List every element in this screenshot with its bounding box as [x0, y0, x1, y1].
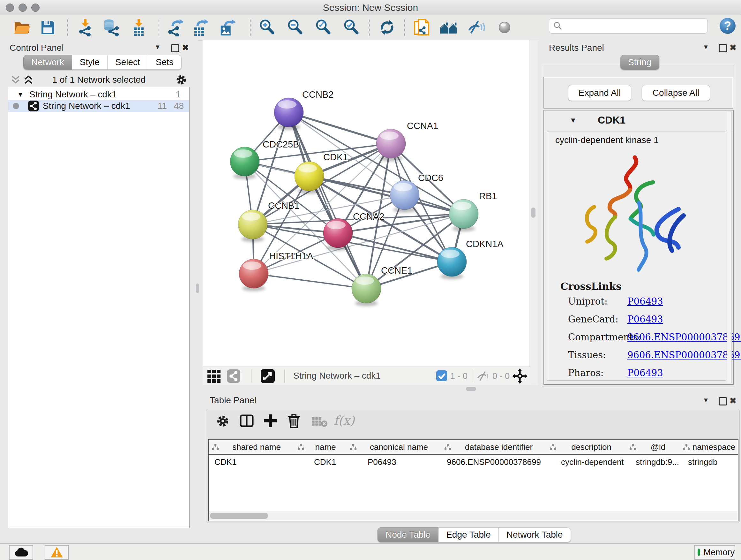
search-input[interactable]	[565, 21, 708, 31]
save-session-button[interactable]	[38, 18, 57, 37]
import-network-icon	[77, 18, 94, 37]
tab-select[interactable]: Select	[108, 55, 148, 70]
crosslink-compartments-link[interactable]: 9606.ENSP00000378699	[627, 332, 741, 343]
column-header-canonical-name[interactable]: canonical name	[347, 440, 441, 454]
column-header-description[interactable]: description	[546, 440, 626, 454]
crosslink-genecard-link[interactable]: P06493	[627, 314, 663, 325]
panel-float-icon[interactable]	[171, 44, 179, 52]
column-header-namespace[interactable]: namespace	[680, 440, 738, 454]
open-session-button[interactable]	[13, 18, 31, 37]
table-cell[interactable]: stringdb:9...	[626, 455, 680, 469]
panel-menu-caret-icon[interactable]: ▼	[703, 44, 709, 51]
left-splitter-handle[interactable]	[196, 284, 199, 293]
panel-float-icon[interactable]	[719, 397, 727, 406]
network-node-CCNE1[interactable]: CCNE1	[351, 265, 412, 306]
import-network-from-database-button[interactable]	[102, 18, 121, 37]
tree-expand-caret-icon[interactable]: ▼	[17, 91, 23, 98]
delete-column-trash-icon[interactable]	[286, 413, 301, 429]
node-label: CCNA2	[353, 211, 384, 222]
show-columns-icon[interactable]	[239, 414, 254, 428]
network-node-CCNA1[interactable]: CCNA1	[374, 121, 438, 161]
tab-network[interactable]: Network	[23, 55, 72, 70]
network-edge-CCNB2-CCNA1[interactable]	[289, 112, 391, 144]
table-cell[interactable]: CDK1	[294, 455, 347, 469]
import-table-button[interactable]	[130, 18, 148, 37]
network-node-CDKN1A[interactable]: CDKN1A	[437, 239, 503, 279]
zoom-fit-button[interactable]	[314, 18, 333, 37]
string-home-button[interactable]	[439, 18, 458, 37]
network-collection-row[interactable]: ▼ String Network – cdk1 1	[8, 88, 189, 101]
tab-string-results[interactable]: String	[620, 55, 659, 70]
cloud-status-button[interactable]	[9, 545, 33, 560]
export-table-button[interactable]	[192, 18, 210, 37]
table-options-gear-icon[interactable]	[216, 414, 230, 428]
export-image-button[interactable]	[218, 18, 237, 37]
tab-network-table[interactable]: Network Table	[499, 527, 571, 542]
table-cell[interactable]: 9606.ENSP00000378699	[441, 455, 546, 469]
result-entry-header[interactable]: ▼ CDK1	[544, 111, 733, 131]
expand-all-button[interactable]: Expand All	[568, 85, 631, 101]
network-node-HIST1H1A[interactable]: HIST1H1A	[230, 251, 314, 291]
navigator-crosshair-icon[interactable]	[512, 368, 528, 384]
expand-all-icon[interactable]	[23, 75, 33, 84]
zoom-fit-icon	[314, 18, 332, 37]
grid-view-icon[interactable]	[207, 369, 222, 383]
memory-ok-dot	[697, 549, 700, 556]
crosslink-label: GeneCard:	[568, 314, 618, 325]
help-button[interactable]: ?	[719, 17, 737, 36]
import-network-button[interactable]	[76, 18, 94, 37]
network-options-gear-icon[interactable]	[176, 74, 187, 85]
create-column-plus-icon[interactable]	[263, 414, 278, 428]
function-builder-fx-disabled: f(x)	[334, 414, 354, 428]
collapse-all-icon[interactable]	[11, 75, 20, 84]
zoom-in-button[interactable]	[258, 18, 276, 37]
memory-status-button[interactable]: Memory	[694, 545, 735, 560]
table-cell[interactable]: P06493	[347, 455, 441, 469]
selected-checkbox-icon[interactable]	[436, 370, 447, 381]
tab-sets[interactable]: Sets	[148, 55, 182, 70]
table-cell[interactable]: cyclin-dependent ...	[546, 455, 626, 469]
crosslink-pharos-link[interactable]: P06493	[627, 368, 663, 378]
right-splitter-handle[interactable]	[531, 207, 536, 218]
zoom-selected-button[interactable]	[342, 18, 360, 37]
horizontal-splitter[interactable]	[203, 385, 538, 393]
warnings-button[interactable]	[45, 545, 69, 560]
panel-close-icon[interactable]: ✖	[182, 43, 189, 53]
open-in-new-window-icon[interactable]	[261, 369, 275, 383]
apply-layout-button[interactable]	[378, 18, 396, 37]
tab-edge-table[interactable]: Edge Table	[439, 527, 499, 542]
tab-node-table[interactable]: Node Table	[378, 527, 439, 542]
bottom-splitter-handle[interactable]	[466, 387, 476, 391]
crosslink-tissues-link[interactable]: 9606.ENSP00000378699	[627, 350, 741, 361]
column-header-shared-name[interactable]: shared name	[209, 440, 294, 454]
column-header-name[interactable]: name	[294, 440, 347, 454]
node-label: CDK1	[323, 152, 348, 162]
collapse-all-button[interactable]: Collapse All	[642, 85, 710, 101]
network-node-RB1[interactable]: RB1	[449, 191, 497, 232]
column-header-id[interactable]: @id	[626, 440, 680, 454]
network-edge-HIST1H1A-CCNE1[interactable]	[254, 273, 366, 289]
entry-collapse-caret-icon[interactable]: ▼	[569, 116, 577, 125]
table-cell[interactable]: CDK1	[209, 455, 294, 469]
table-hscrollbar-thumb[interactable]	[210, 513, 268, 519]
network-canvas[interactable]: CCNB2CCNA1CDC25BCDK1CDC6RB1CCNB1CCNA2CDK…	[203, 40, 529, 367]
hide-enhanced-labels-button[interactable]	[467, 18, 486, 37]
show-glass-ball-button[interactable]	[495, 18, 514, 37]
results-scrollbar-track[interactable]	[727, 111, 732, 383]
network-edge-CCNB2-CCNE1[interactable]	[289, 112, 366, 289]
table-hscrollbar-track[interactable]	[209, 511, 738, 521]
panel-menu-caret-icon[interactable]: ▼	[703, 396, 709, 404]
panel-float-icon[interactable]	[719, 44, 727, 52]
export-network-button[interactable]	[166, 18, 185, 37]
string-view-badge-icon[interactable]	[227, 369, 240, 383]
column-header-database-identifier[interactable]: database identifier	[441, 440, 547, 454]
panel-menu-caret-icon[interactable]: ▼	[154, 44, 161, 51]
clone-network-button[interactable]	[412, 18, 431, 37]
panel-close-icon[interactable]: ✖	[730, 396, 737, 406]
crosslink-uniprot-link[interactable]: P06493	[627, 296, 663, 307]
table-cell[interactable]: stringdb	[680, 455, 738, 469]
panel-close-icon[interactable]: ✖	[730, 43, 737, 53]
network-row-selected[interactable]: String Network – cdk1 11 48	[8, 100, 189, 112]
tab-style[interactable]: Style	[72, 55, 108, 70]
zoom-out-button[interactable]	[286, 18, 305, 37]
